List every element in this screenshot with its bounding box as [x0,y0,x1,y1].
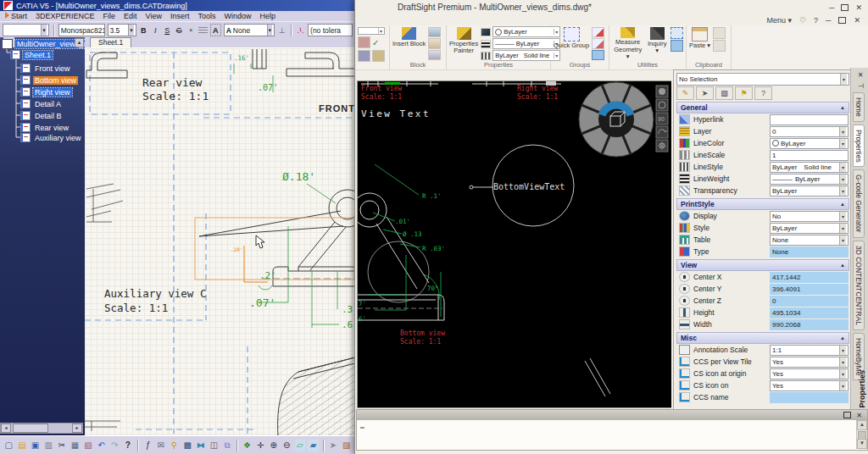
table-combo[interactable]: None▾ [770,235,849,246]
knowledge-icon[interactable]: ⚲ [169,440,180,451]
underline-button[interactable]: S [163,25,172,36]
catia-drawing-canvas[interactable]: .28' .16' .07' Ø.18' .2' .07' [85,47,355,436]
scroll-left-icon[interactable]: ◂ [1,424,11,433]
annotation-scale-combo[interactable]: 1:1▾ [770,345,849,356]
tree-item-detail-b[interactable]: Detail B [20,111,64,120]
font-combo[interactable]: Monospac821▾ [58,24,105,36]
settings-icon[interactable]: ✎ [676,86,694,100]
layer-combo-stub[interactable]: ▾ [358,27,385,35]
superscript-button[interactable]: × [186,25,196,36]
properties-painter-button[interactable]: Properties Painter [449,27,478,60]
cut-icon[interactable]: ✂ [56,440,67,451]
section-view[interactable]: View▲ [676,259,849,271]
redo-icon[interactable]: ↷ [109,440,120,451]
close-icon[interactable]: ✕ [854,16,860,25]
minimize-icon[interactable]: ─ [826,16,831,25]
cut-icon[interactable] [713,40,726,52]
layer-combo[interactable]: 0▾ [770,126,849,137]
tree-root[interactable]: MultiOwner_views_d [2,39,85,48]
cs-icon-at-origin-combo[interactable]: Yes▾ [770,368,849,379]
paste-icon[interactable]: ▧ [83,440,94,451]
restore-icon[interactable] [841,4,849,11]
close-icon[interactable]: ✕ [855,3,862,12]
restore-icon[interactable] [838,17,846,24]
save-icon[interactable]: ▣ [30,440,41,451]
palette-help-button[interactable]: ? [754,86,772,100]
close-icon[interactable]: ✕ [856,412,862,419]
layer-state-icon[interactable] [358,50,370,62]
favorite-icon[interactable]: ♡ [799,16,806,25]
restore-icon[interactable] [843,412,851,418]
copy-icon[interactable] [713,27,726,39]
flag-icon[interactable]: ⚑ [735,86,753,100]
italic-button[interactable]: I [151,25,160,36]
navigation-wheel[interactable] [579,82,654,157]
insert-block-button[interactable]: Insert Block [392,27,426,60]
tolerance-combo[interactable]: (no tolera [308,24,353,36]
lineweight-combo[interactable]: ———ByLayer▾ [770,174,849,185]
tab-gcode-generator[interactable]: G-code Generator [853,169,865,238]
tree-sheet[interactable]: Sheet.1 [10,50,53,59]
tree-item-rear-view[interactable]: Rear view [20,123,70,132]
comment-icon[interactable]: ✉ [156,440,167,451]
orbit-button[interactable] [656,99,668,111]
table-icon[interactable]: ▩ [182,440,193,451]
pin-icon[interactable]: ⊤ [857,83,865,89]
inquiry-button[interactable]: Inquiry ▾ [646,27,668,60]
paste-button[interactable]: Paste ▾ [689,27,710,60]
scroll-up-icon[interactable]: ▲ [857,420,867,430]
tree-item-detail-a[interactable]: Detail A [20,99,63,108]
edit-group-icon[interactable] [592,38,604,48]
view-text-note[interactable]: View Text [361,108,431,119]
zoom-in-icon[interactable]: ⊕ [268,440,279,451]
menu-file[interactable]: File [103,12,116,20]
quick-group-button[interactable]: Quick Group [554,27,589,60]
structure-icon[interactable]: ⧓ [195,440,206,451]
view-normal-icon[interactable]: ▱ [295,440,306,451]
frame-button[interactable]: A [210,24,221,36]
spin-button[interactable] [656,126,668,138]
section-printstyle[interactable]: PrintStyle▲ [676,198,849,210]
linescale-input[interactable]: 1 [770,150,849,161]
menu-3dexperience[interactable]: 3DEXPERIENCE [36,12,95,20]
layer-icon[interactable] [358,36,370,48]
undo-icon[interactable]: ↶ [96,440,107,451]
select-arrow-icon[interactable]: ➤ [328,440,339,451]
bottom-view-text-annotation[interactable]: BottomViewText [470,145,574,226]
scroll-right-icon[interactable]: ▸ [72,424,82,433]
menu-window[interactable]: Window [224,12,251,20]
pan-icon[interactable]: ✛ [255,440,266,451]
block-attribute-icon[interactable] [428,38,441,48]
help-button[interactable]: ? [814,16,818,25]
open-folder-icon[interactable]: ▤ [17,440,28,451]
layer-tools-icon[interactable] [372,50,385,62]
image-capture-icon[interactable]: ▨ [341,440,352,451]
strikethrough-button[interactable]: G [175,25,184,36]
menu-view[interactable]: View [146,12,162,20]
menu-tools[interactable]: Tools [198,12,215,20]
scroll-thumb[interactable] [13,424,48,433]
catia-title-bar[interactable]: CATIA V5 - [MultiOwner_views_dims.CATDra… [0,0,355,11]
menu-insert[interactable]: Insert [170,12,190,20]
tree-scroll-up-button[interactable]: ▲ [75,38,84,47]
zoom-out-icon[interactable]: ⊖ [281,440,292,451]
measure-geometry-button[interactable]: Measure Geometry ▾ [612,27,643,60]
view-shaded-icon[interactable]: ▰ [308,440,319,451]
style-combo[interactable]: ▾ [3,24,49,36]
tree-item-front-view[interactable]: Front view [20,64,72,73]
section-general[interactable]: General▲ [676,102,849,114]
sheet-tab[interactable]: Sheet.1 [90,37,131,47]
transparency-combo[interactable]: ByLayer▾ [770,185,849,197]
edit-block-icon[interactable] [428,27,441,37]
menu-start[interactable]: Start [5,12,27,20]
section-misc[interactable]: Misc▲ [676,332,849,344]
tree-item-right-view[interactable]: Right view [20,87,72,97]
fx-icon[interactable]: ƒ [142,440,153,451]
command-window-header[interactable]: ✕ [357,410,867,420]
copy-icon[interactable]: ▦ [70,440,81,451]
anchor-point-button[interactable]: ⊥ [277,25,287,36]
selection-set-icon[interactable] [670,27,683,39]
selection-filter-combo[interactable]: No Selection▾ [676,73,849,86]
check-icon[interactable]: ✓ [372,38,379,47]
ds-model-canvas[interactable]: Front view Scale: 1:1 Right view Scale: … [357,80,671,408]
